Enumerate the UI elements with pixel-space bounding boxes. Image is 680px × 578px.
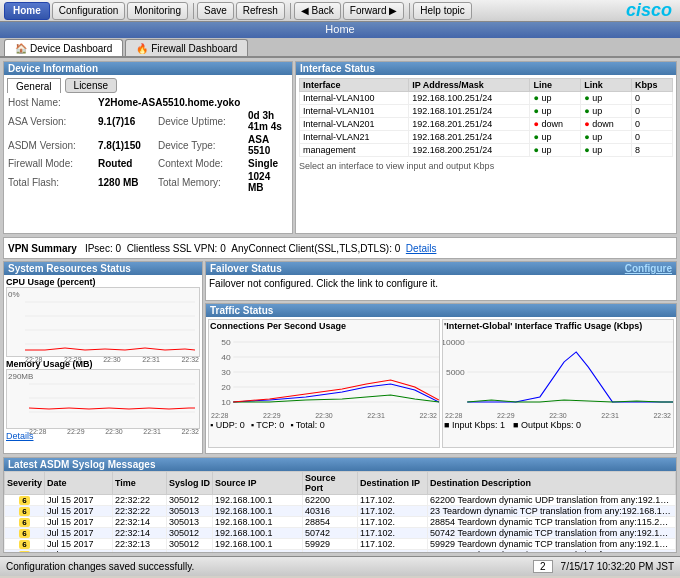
asdm-version-value: 7.8(1)150 [97,133,157,157]
col-source-port: Source Port [303,472,358,495]
status-message: Configuration changes saved successfully… [6,561,194,572]
failover-text: Failover not configured. Click the link … [206,275,676,292]
svg-text:10000: 10000 [443,339,466,347]
col-time: Time [113,472,167,495]
asa-version-label: ASA Version: [7,109,97,133]
general-tab[interactable]: General [7,78,61,93]
svg-text:30: 30 [221,369,231,377]
total-flash-label: Total Flash: [7,170,97,194]
monitoring-button[interactable]: Monitoring [127,2,188,20]
traffic-title: Traffic Status [206,304,676,317]
interface-status-title: Interface Status [296,62,676,75]
asa-version-value: 9.1(7)16 [97,109,157,133]
syslog-title: Latest ASDM Syslog Messages [4,458,676,471]
interface-row[interactable]: management 192.168.200.251/24 ● up ● up … [300,144,673,157]
svg-text:20: 20 [221,384,231,392]
interface-hint: Select an interface to view input and ou… [299,161,673,171]
system-resources-panel: System Resources Status CPU Usage (perce… [3,261,203,454]
device-type-value: ASA 5510 [247,133,289,157]
syslog-row[interactable]: 6 Jul 15 2017 22:32:14 305012 192.168.10… [5,528,676,539]
mem-value: 290MB [8,372,33,381]
system-resources-title: System Resources Status [4,262,202,275]
hostname-value: Y2Home-ASA5510.home.yoko [97,96,289,109]
tcp-label: ▪ TCP: 0 [251,420,285,430]
svg-text:5000: 5000 [446,369,466,377]
syslog-row[interactable]: 6 Jul 15 2017 22:32:13 305013 192.168.10… [5,550,676,553]
tab-device-dashboard[interactable]: 🏠 Device Dashboard [4,39,123,56]
ssl-label: Clientless SSL VPN: [127,243,218,254]
syslog-row[interactable]: 6 Jul 15 2017 22:32:13 305012 192.168.10… [5,539,676,550]
back-button[interactable]: ◀ Back [294,2,341,20]
intf-traffic-title: 'Internet-Global' Interface Traffic Usag… [443,320,673,332]
conn-title: Connections Per Second Usage [209,320,439,332]
page-number: 2 [533,560,553,573]
context-mode-label: Context Mode: [157,157,247,170]
svg-text:50: 50 [221,339,231,347]
input-kbps-label: ■ Input Kbps: 1 [444,420,505,430]
refresh-button[interactable]: Refresh [236,2,285,20]
nav-title: Home [0,22,680,38]
total-label: ▪ Total: 0 [290,420,325,430]
interface-row[interactable]: Internal-VLAN21 192.168.201.251/24 ● up … [300,131,673,144]
failover-title: Failover Status [210,263,282,274]
firewall-icon: 🔥 [136,43,148,54]
failover-panel: Failover Status Configure Failover not c… [205,261,677,301]
interface-row[interactable]: Internal-VLAN201 192.168.201.251/24 ● do… [300,118,673,131]
interface-row[interactable]: Internal-VLAN100 192.168.100.251/24 ● up… [300,92,673,105]
license-tab[interactable]: License [65,78,117,93]
output-kbps-label: ■ Output Kbps: 0 [513,420,581,430]
svg-text:40: 40 [221,354,231,362]
configuration-button[interactable]: Configuration [52,2,125,20]
context-mode-value: Single [247,157,289,170]
syslog-row[interactable]: 6 Jul 15 2017 22:32:22 305013 192.168.10… [5,506,676,517]
col-date: Date [45,472,113,495]
cpu-time-1: 22:28 [25,356,43,363]
home-icon: 🏠 [15,43,27,54]
cpu-title: CPU Usage (percent) [6,277,200,287]
total-memory-value: 1024 MB [247,170,289,194]
device-info-panel: Device Information General License Host … [3,61,293,234]
cpu-time-4: 22:31 [142,356,160,363]
col-link: Link [581,79,632,92]
interface-row[interactable]: Internal-VLAN101 192.168.101.251/24 ● up… [300,105,673,118]
udp-label: ▪ UDP: 0 [210,420,245,430]
syslog-row[interactable]: 6 Jul 15 2017 22:32:14 305013 192.168.10… [5,517,676,528]
save-button[interactable]: Save [197,2,234,20]
col-line: Line [530,79,581,92]
home-button[interactable]: Home [4,2,50,20]
any-label: AnyConnect Client(SSL,TLS,DTLS): [231,243,392,254]
tab-firewall-dashboard[interactable]: 🔥 Firewall Dashboard [125,39,248,56]
any-value: 0 [395,243,401,254]
vpn-summary-panel: VPN Summary IPsec: 0 Clientless SSL VPN:… [3,237,677,259]
forward-button[interactable]: Forward ▶ [343,2,404,20]
total-memory-label: Total Memory: [157,170,247,194]
uptime-value: 0d 3h 41m 4s [247,109,289,133]
datetime: 7/15/17 10:32:20 PM JST [561,561,674,572]
syslog-table: Severity Date Time Syslog ID Source IP S… [4,471,676,552]
configure-link[interactable]: Configure [625,263,672,274]
vpn-title: VPN Summary [8,243,77,254]
interface-status-panel: Interface Status Interface IP Address/Ma… [295,61,677,234]
traffic-status-panel: Traffic Status Connections Per Second Us… [205,303,677,454]
cpu-time-2: 22:29 [64,356,82,363]
help-button[interactable]: Help topic [413,2,471,20]
syslog-panel: Latest ASDM Syslog Messages Severity Dat… [3,457,677,553]
details-link[interactable]: Details [406,243,437,254]
syslog-row[interactable]: 6 Jul 15 2017 22:32:22 305012 192.168.10… [5,495,676,506]
ipv6-label: IPsec: [85,243,113,254]
device-type-label: Device Type: [157,133,247,157]
hostname-label: Host Name: [7,96,97,109]
col-dst: Destination Description [428,472,676,495]
ssl-value: 0 [220,243,226,254]
firewall-mode-label: Firewall Mode: [7,157,97,170]
col-ip: IP Address/Mask [409,79,530,92]
col-kbps: Kbps [631,79,672,92]
interface-table: Interface IP Address/Mask Line Link Kbps… [299,78,673,157]
uptime-label: Device Uptime: [157,109,247,133]
statusbar: Configuration changes saved successfully… [0,556,680,576]
col-source-ip: Source IP [213,472,303,495]
cpu-time-3: 22:30 [103,356,121,363]
firewall-mode-value: Routed [97,157,157,170]
col-dst-ip: Destination IP [358,472,428,495]
cpu-time-5: 22:32 [181,356,199,363]
